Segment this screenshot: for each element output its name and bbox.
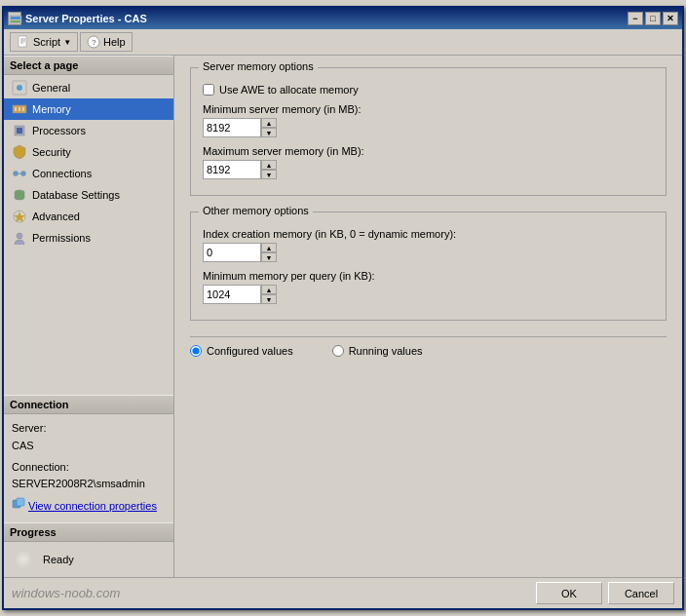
max-memory-input[interactable] [203,160,261,179]
use-awe-checkbox[interactable] [203,84,214,96]
cancel-button[interactable]: Cancel [608,582,674,604]
index-creation-spinner-btns: ▲ ▼ [261,243,277,262]
sidebar-item-processors[interactable]: Processors [4,120,173,141]
use-awe-label: Use AWE to allocate memory [219,84,359,96]
max-memory-row: Maximum server memory (in MB): ▲ ▼ [203,145,654,179]
title-bar: Server Properties - CAS − □ ✕ [4,8,682,29]
use-awe-row: Use AWE to allocate memory [203,84,654,96]
server-label: Server: [12,420,166,438]
index-creation-input[interactable] [203,243,261,262]
window-bottom: windows-noob.com OK Cancel [4,577,682,608]
svg-point-22 [17,233,22,239]
script-icon [17,35,30,49]
max-memory-down-btn[interactable]: ▼ [261,170,277,179]
min-memory-query-up-btn[interactable]: ▲ [261,285,277,294]
help-button[interactable]: ? Help [80,32,133,52]
close-button[interactable]: ✕ [663,12,678,25]
index-creation-row: Index creation memory (in KB, 0 = dynami… [203,228,654,262]
progress-spinner [12,548,35,571]
configured-values-radio[interactable] [190,345,202,357]
index-creation-down-btn[interactable]: ▼ [261,252,277,262]
min-memory-up-btn[interactable]: ▲ [261,118,277,128]
main-content: Server memory options Use AWE to allocat… [174,56,682,577]
min-memory-query-row: Minimum memory per query (in KB): ▲ ▼ [203,270,654,304]
view-connection-label: View connection properties [28,498,157,516]
svg-point-17 [14,172,19,176]
sidebar-item-label-connections: Connections [32,168,92,179]
security-icon [12,144,27,160]
sidebar-item-general[interactable]: General [4,77,173,98]
svg-rect-16 [17,128,22,134]
content-area: Select a page General [4,56,682,577]
connection-info: Server: CAS Connection: SERVER2008R2\sms… [4,414,173,522]
main-window: Server Properties - CAS − □ ✕ Script ▼ ?… [2,6,684,610]
min-memory-query-spinner: ▲ ▼ [203,285,281,304]
window-title: Server Properties - CAS [25,13,147,24]
min-memory-query-down-btn[interactable]: ▼ [261,294,277,304]
radio-section: Configured values Running values [190,336,667,357]
title-bar-left: Server Properties - CAS [8,12,147,25]
sidebar-item-label-memory: Memory [32,103,71,115]
sidebar-item-connections[interactable]: Connections [4,163,173,184]
svg-rect-3 [19,36,26,47]
sidebar-item-label-permissions: Permissions [32,232,91,244]
sidebar-item-advanced[interactable]: Advanced [4,206,173,227]
svg-text:?: ? [92,38,96,47]
svg-rect-12 [15,107,17,111]
memory-icon [12,101,27,117]
running-values-row: Running values [332,345,423,357]
toolbar: Script ▼ ? Help [4,29,682,56]
watermark: windows-noob.com [12,586,120,600]
radio-options: Configured values Running values [190,345,667,357]
max-memory-up-btn[interactable]: ▲ [261,160,277,170]
server-icon [8,12,21,25]
sidebar-item-database-settings[interactable]: Database Settings [4,184,173,206]
button-row: OK Cancel [536,582,674,604]
min-memory-query-input[interactable] [203,285,261,304]
connection-label: Connection: [12,459,166,477]
sidebar-item-label-security: Security [32,146,71,158]
ok-button[interactable]: OK [536,582,602,604]
index-creation-up-btn[interactable]: ▲ [261,243,277,252]
sidebar-item-permissions[interactable]: Permissions [4,227,173,249]
other-memory-legend: Other memory options [199,205,313,216]
index-creation-label: Index creation memory (in KB, 0 = dynami… [203,228,654,240]
min-memory-label: Minimum server memory (in MB): [203,103,654,115]
sidebar-item-security[interactable]: Security [4,141,173,163]
script-button[interactable]: Script ▼ [10,32,78,52]
title-bar-controls: − □ ✕ [628,12,678,25]
min-memory-down-btn[interactable]: ▼ [261,128,277,137]
server-memory-legend: Server memory options [199,60,318,72]
min-memory-spinner-btns: ▲ ▼ [261,118,277,137]
restore-button[interactable]: □ [645,12,661,25]
max-memory-spinner: ▲ ▼ [203,160,281,179]
other-memory-section: Other memory options Index creation memo… [190,212,667,321]
advanced-icon [12,209,27,224]
sidebar-item-label-general: General [32,82,70,94]
svg-rect-1 [11,17,20,19]
sidebar-section-label: Select a page [4,56,173,75]
svg-rect-2 [11,20,20,22]
connections-icon [12,166,27,181]
connection-section-label: Connection [4,395,173,414]
min-memory-row: Minimum server memory (in MB): ▲ ▼ [203,103,654,137]
processors-icon [12,123,27,138]
server-memory-section: Server memory options Use AWE to allocat… [190,67,667,196]
min-memory-input[interactable] [203,118,261,137]
connection-value: SERVER2008R2\smsadmin [12,476,166,493]
configured-values-row: Configured values [190,345,293,357]
sidebar-item-label-processors: Processors [32,125,86,136]
progress-status: Ready [43,554,74,565]
permissions-icon [12,230,27,246]
view-connection-properties-link[interactable]: View connection properties [12,497,166,517]
svg-rect-13 [19,107,20,111]
sidebar-item-memory[interactable]: Memory [4,98,173,120]
database-settings-icon [12,187,27,203]
max-memory-spinner-btns: ▲ ▼ [261,160,277,179]
minimize-button[interactable]: − [628,12,643,25]
running-values-radio[interactable] [332,345,344,357]
running-values-label: Running values [349,345,423,357]
progress-section-label: Progress [4,522,173,542]
min-memory-query-label: Minimum memory per query (in KB): [203,270,654,282]
sidebar: Select a page General [4,56,174,577]
